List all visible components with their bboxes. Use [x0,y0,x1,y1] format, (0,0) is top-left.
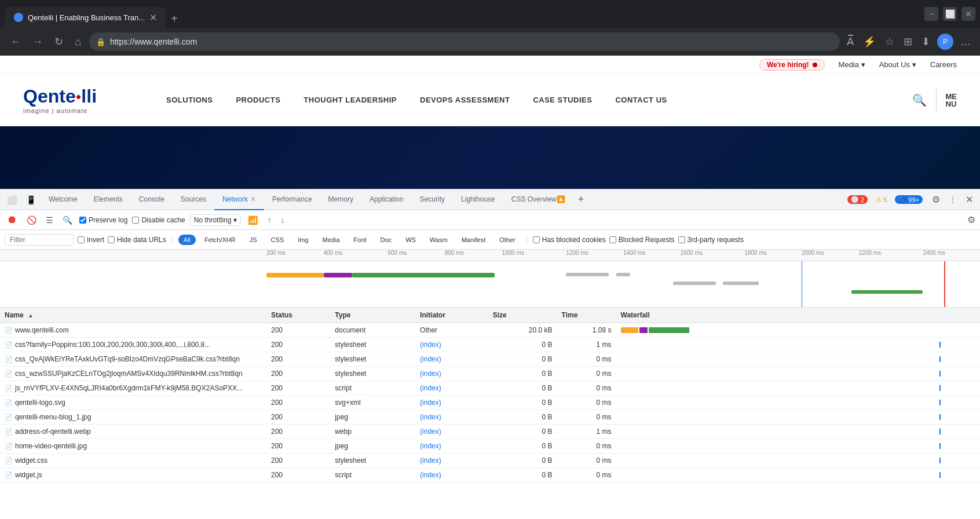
tab-performance[interactable]: Performance [264,189,320,210]
col-size[interactable]: Size [488,308,557,323]
tab-security[interactable]: Security [412,189,453,210]
device-toolbar-icon[interactable]: 📱 [21,193,41,207]
preserve-log-input[interactable] [79,217,86,224]
wifi-icon[interactable]: 📶 [246,214,260,226]
forward-button[interactable]: → [29,34,46,50]
site-logo[interactable]: Q ente ● lli imagine | automate [23,86,97,114]
media-link[interactable]: Media ▾ [839,60,865,69]
initiator-link[interactable]: (index) [420,413,441,421]
throttle-dropdown[interactable]: No throttling ▾ [190,214,242,226]
table-row[interactable]: 📄www.qentelli.com 200 document Other 20.… [0,323,980,338]
url-input[interactable]: 🔒 https://www.qentelli.com [89,32,840,51]
filter-type-ws[interactable]: WS [400,235,421,245]
translate-icon[interactable]: A̅ [844,33,856,50]
filter-type-font[interactable]: Font [349,235,372,245]
initiator-link[interactable]: (index) [420,341,441,349]
col-initiator[interactable]: Initiator [415,308,488,323]
filter-type-fetch[interactable]: Fetch/XHR [199,235,241,245]
case-studies-nav[interactable]: CASE STUDIES [533,96,592,104]
extensions-icon[interactable]: ⚡ [861,33,878,50]
import-button[interactable]: ↑ [265,214,273,226]
table-row[interactable]: 📄js_rnVYfPLXV-E4XN5qLJRI4a0br6Xgdrm1kFMY… [0,381,980,396]
devtools-more-icon[interactable]: ⋮ [945,193,961,206]
home-button[interactable]: ⌂ [71,34,85,50]
favorites-icon[interactable]: ☆ [883,33,897,50]
third-party-input[interactable] [678,236,685,243]
has-blocked-cookies-checkbox[interactable]: Has blocked cookies [533,236,606,244]
col-time[interactable]: Time [557,308,616,323]
contact-us-nav[interactable]: CONTACT US [615,96,667,104]
filter-type-manifest[interactable]: Manifest [456,235,491,245]
col-status[interactable]: Status [266,308,330,323]
close-window-button[interactable]: ✕ [961,7,975,21]
devtools-settings-icon[interactable]: ⚙ [927,192,945,207]
filter-type-css[interactable]: CSS [266,235,290,245]
hide-data-urls-checkbox[interactable]: Hide data URLs [108,236,166,244]
record-button[interactable]: ⏺ [5,213,20,227]
hiring-badge[interactable]: We're hiring! [759,59,825,71]
filter-toggle-button[interactable]: ☰ [43,214,56,226]
add-tab-button[interactable]: + [573,191,589,208]
filter-input[interactable] [5,234,74,246]
filter-type-wasm[interactable]: Wasm [425,235,453,245]
search-icon[interactable]: 🔍 [912,93,927,107]
products-nav[interactable]: PRODUCTS [236,96,280,104]
tab-console[interactable]: Console [131,189,173,210]
download-icon[interactable]: ⬇ [919,33,933,50]
tab-network[interactable]: Network ✕ [214,189,264,210]
tab-css-overview[interactable]: CSS Overview 🔼 [503,189,573,210]
info-badge[interactable]: 🔵 99+ [895,195,923,204]
search-button[interactable]: 🔍 [60,214,75,226]
tab-elements[interactable]: Elements [86,189,131,210]
tab-network-close[interactable]: ✕ [250,195,256,203]
devops-assessment-nav[interactable]: DEVOPS ASSESSMENT [420,96,510,104]
table-row[interactable]: 📄css_QvAjWkEiYReTAxkUvGTq9-soBIzo4DmVzqG… [0,352,980,367]
active-tab[interactable]: Qentelli | Enabling Business Tran... ✕ [5,7,166,28]
initiator-link[interactable]: (index) [420,456,441,465]
export-button[interactable]: ↓ [278,214,287,226]
table-row[interactable]: 📄css?family=Poppins:100,100i,200,200i,30… [0,338,980,352]
warning-badge[interactable]: ⚠ 5 [872,195,890,204]
disable-cache-checkbox[interactable]: Disable cache [132,216,185,224]
initiator-link[interactable]: (index) [420,471,441,479]
preserve-log-checkbox[interactable]: Preserve log [79,216,127,224]
error-badge[interactable]: ⚪ 2 [847,195,868,204]
initiator-link[interactable]: (index) [420,355,441,363]
filter-type-all[interactable]: All [178,235,196,245]
third-party-checkbox[interactable]: 3rd-party requests [678,236,744,244]
blocked-cookies-input[interactable] [533,236,540,243]
table-row[interactable]: 📄address-of-qentelli.webp 200 webp (inde… [0,425,980,439]
menu-text[interactable]: MENU [946,93,957,108]
initiator-link[interactable]: (index) [420,384,441,392]
collections-icon[interactable]: ⊞ [901,33,915,50]
clear-button[interactable]: 🚫 [24,214,39,226]
new-tab-button[interactable]: + [169,10,180,28]
table-row[interactable]: 📄qentelli-logo.svg 200 svg+xml (index) 0… [0,396,980,410]
filter-type-img[interactable]: Img [292,235,313,245]
tab-close-button[interactable]: ✕ [149,12,157,23]
table-row[interactable]: 📄widget.js 200 script (index) 0 B 0 ms [0,468,980,483]
tab-application[interactable]: Application [361,189,412,210]
col-type[interactable]: Type [330,308,415,323]
table-row[interactable]: 📄home-video-qentelli.jpg 200 jpeg (index… [0,439,980,454]
table-row[interactable]: 📄css_wzwSSUPjaKzCELnTOg2jloqmAMSv4XIdqu3… [0,367,980,381]
col-name[interactable]: Name ▲ [0,308,266,323]
table-row[interactable]: 📄qentelli-menu-blog_1.jpg 200 jpeg (inde… [0,410,980,425]
invert-input[interactable] [78,236,85,243]
table-row[interactable]: 📄widget.css 200 stylesheet (index) 0 B 0… [0,454,980,468]
initiator-link[interactable]: (index) [420,442,441,450]
tab-welcome[interactable]: Welcome [41,189,86,210]
thought-leadership-nav[interactable]: THOUGHT LEADERSHIP [303,96,397,104]
filter-type-doc[interactable]: Doc [375,235,397,245]
initiator-link[interactable]: (index) [420,399,441,407]
hide-data-urls-input[interactable] [108,236,115,243]
filter-type-other[interactable]: Other [494,235,521,245]
tab-sources[interactable]: Sources [173,189,214,210]
back-button[interactable]: ← [7,34,24,50]
devtools-close-button[interactable]: ✕ [961,192,978,207]
tab-memory[interactable]: Memory [320,189,361,210]
filter-type-js[interactable]: JS [244,235,262,245]
maximize-button[interactable]: ⬜ [943,7,957,21]
inspect-element-icon[interactable]: ⬜ [2,193,21,207]
blocked-requests-checkbox[interactable]: Blocked Requests [609,236,675,244]
